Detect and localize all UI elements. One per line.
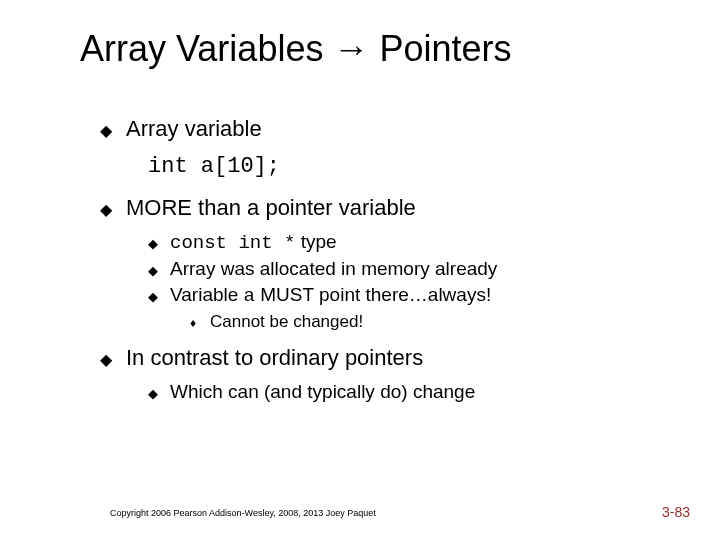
text-inline: Variable xyxy=(170,284,244,305)
bullet-level-2: ◆ Which can (and typically do) change xyxy=(148,380,660,404)
bullet-text: Which can (and typically do) change xyxy=(170,380,475,404)
code-line: int a[10]; xyxy=(148,153,660,181)
bullet-text: In contrast to ordinary pointers xyxy=(126,344,423,372)
code-inline: a xyxy=(244,285,255,307)
bullet-text: Cannot be changed! xyxy=(210,311,363,332)
bullet-icon: ◆ xyxy=(100,200,126,220)
bullet-level-2: ◆ const int * type xyxy=(148,230,660,256)
page-number: 3-83 xyxy=(662,504,690,520)
bullet-icon: ◆ xyxy=(148,289,170,305)
bullet-level-1: ◆ In contrast to ordinary pointers xyxy=(100,344,660,372)
copyright-text: Copyright 2006 Pearson Addison-Wesley, 2… xyxy=(110,508,376,518)
bullet-text: Variable a MUST point there…always! xyxy=(170,283,491,309)
slide: Array Variables → Pointers ◆ Array varia… xyxy=(0,0,720,540)
bullet-icon: ◆ xyxy=(100,350,126,370)
bullet-icon: ◆ xyxy=(100,121,126,141)
title-text-2: Pointers xyxy=(369,28,511,69)
bullet-level-2: ◆ Array was allocated in memory already xyxy=(148,257,660,281)
text-inline: MUST point there…always! xyxy=(255,284,491,305)
bullet-text: Array variable xyxy=(126,115,262,143)
bullet-icon: ◆ xyxy=(148,263,170,279)
bullet-level-1: ◆ Array variable xyxy=(100,115,660,143)
slide-body: ◆ Array variable int a[10]; ◆ MORE than … xyxy=(100,115,660,405)
bullet-level-1: ◆ MORE than a pointer variable xyxy=(100,194,660,222)
bullet-icon: ♦ xyxy=(190,316,210,331)
right-arrow-icon: → xyxy=(333,28,369,69)
title-text-1: Array Variables xyxy=(80,28,333,69)
code-inline: const int * xyxy=(170,232,295,254)
bullet-icon: ◆ xyxy=(148,236,170,252)
text-inline: type xyxy=(295,231,336,252)
bullet-level-2: ◆ Variable a MUST point there…always! xyxy=(148,283,660,309)
bullet-text: const int * type xyxy=(170,230,337,256)
bullet-text: MORE than a pointer variable xyxy=(126,194,416,222)
bullet-text: Array was allocated in memory already xyxy=(170,257,497,281)
slide-title: Array Variables → Pointers xyxy=(80,28,512,70)
bullet-level-3: ♦ Cannot be changed! xyxy=(190,311,660,332)
bullet-icon: ◆ xyxy=(148,386,170,402)
